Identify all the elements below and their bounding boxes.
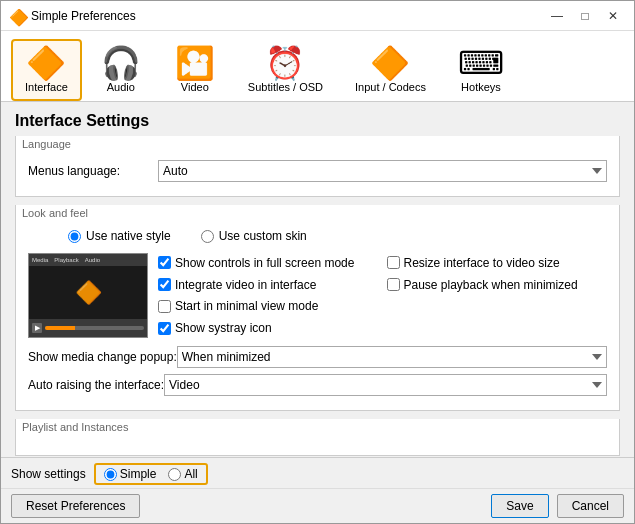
check-systray-input[interactable] [158, 322, 171, 335]
vlc-preview: Media Playback Audio 🔶 ▶ [28, 253, 148, 338]
vlc-progress-bar [45, 326, 144, 330]
nav-label-hotkeys: Hotkeys [461, 81, 501, 93]
check-systray[interactable]: Show systray icon [158, 318, 379, 338]
show-settings-label: Show settings [11, 467, 86, 481]
vlc-menu-audio: Audio [85, 257, 100, 263]
radio-all-label: All [184, 467, 197, 481]
hotkeys-icon: ⌨ [458, 47, 504, 79]
check-minimal[interactable]: Start in minimal view mode [158, 297, 379, 317]
vlc-menu-bar: Media Playback Audio [29, 254, 147, 266]
action-buttons: Save Cancel [491, 494, 624, 518]
interface-icon: 🔶 [26, 47, 66, 79]
radio-custom[interactable]: Use custom skin [201, 229, 307, 243]
radio-native[interactable]: Use native style [68, 229, 171, 243]
auto-raising-label: Auto raising the interface: [28, 378, 164, 392]
nav-item-input[interactable]: 🔶 Input / Codecs [341, 39, 440, 101]
radio-native-label: Use native style [86, 229, 171, 243]
vlc-cone-preview: 🔶 [75, 280, 102, 306]
nav-label-video: Video [181, 81, 209, 93]
language-group: Language Menus language: Auto [15, 136, 620, 197]
nav-label-input: Input / Codecs [355, 81, 426, 93]
minimize-button[interactable]: — [544, 6, 570, 26]
look-group-content: Use native style Use custom skin Me [16, 221, 619, 410]
menus-language-select[interactable]: Auto [158, 160, 607, 182]
radio-all-input[interactable] [168, 468, 181, 481]
check-fullscreen[interactable]: Show controls in full screen mode [158, 253, 379, 273]
radio-native-input[interactable] [68, 230, 81, 243]
auto-raising-select[interactable]: Video [164, 374, 607, 396]
settings-scroll[interactable]: Language Menus language: Auto Look and f… [1, 136, 634, 457]
nav-label-subtitles: Subtitles / OSD [248, 81, 323, 93]
playlist-group: Playlist and Instances [15, 419, 620, 456]
window: 🔶 Simple Preferences — □ ✕ 🔶 Interface 🎧… [0, 0, 635, 524]
btn-row: Reset Preferences Save Cancel [1, 489, 634, 523]
check-pause-label: Pause playback when minimized [404, 278, 578, 292]
language-group-content: Menus language: Auto [16, 152, 619, 196]
media-popup-row: Show media change popup: When minimized [28, 346, 607, 368]
media-popup-label: Show media change popup: [28, 350, 177, 364]
look-content: Media Playback Audio 🔶 ▶ [28, 253, 607, 338]
check-integrate-label: Integrate video in interface [175, 278, 316, 292]
nav-item-interface[interactable]: 🔶 Interface [11, 39, 82, 101]
title-bar: 🔶 Simple Preferences — □ ✕ [1, 1, 634, 31]
check-integrate-input[interactable] [158, 278, 171, 291]
check-minimal-label: Start in minimal view mode [175, 299, 318, 313]
reset-button[interactable]: Reset Preferences [11, 494, 140, 518]
check-fullscreen-input[interactable] [158, 256, 171, 269]
check-pause-input[interactable] [387, 278, 400, 291]
content-area: Interface Settings Language Menus langua… [1, 102, 634, 457]
input-icon: 🔶 [370, 47, 410, 79]
check-minimal-input[interactable] [158, 300, 171, 313]
nav-label-audio: Audio [107, 81, 135, 93]
style-radio-group: Use native style Use custom skin [28, 229, 607, 243]
nav-item-video[interactable]: 🎦 Video [160, 39, 230, 101]
check-resize[interactable]: Resize interface to video size [387, 253, 608, 273]
bottom-bar: Show settings Simple All Reset Preferenc… [1, 457, 634, 523]
check-integrate[interactable]: Integrate video in interface [158, 275, 379, 295]
radio-all[interactable]: All [168, 467, 197, 481]
radio-simple[interactable]: Simple [104, 467, 157, 481]
maximize-button[interactable]: □ [572, 6, 598, 26]
app-icon: 🔶 [9, 8, 25, 24]
close-button[interactable]: ✕ [600, 6, 626, 26]
radio-simple-label: Simple [120, 467, 157, 481]
menus-language-row: Menus language: Auto [28, 160, 607, 182]
subtitles-icon: ⏰ [265, 47, 305, 79]
radio-custom-label: Use custom skin [219, 229, 307, 243]
vlc-menu-playback: Playback [54, 257, 78, 263]
check-placeholder [387, 297, 608, 317]
vlc-menu-media: Media [32, 257, 48, 263]
playlist-group-content [16, 435, 619, 455]
audio-icon: 🎧 [101, 47, 141, 79]
check-fullscreen-label: Show controls in full screen mode [175, 256, 354, 270]
menus-language-label: Menus language: [28, 164, 158, 178]
window-title: Simple Preferences [31, 9, 544, 23]
playlist-group-label: Playlist and Instances [16, 419, 619, 435]
check-resize-label: Resize interface to video size [404, 256, 560, 270]
section-title: Interface Settings [1, 102, 634, 136]
look-group-label: Look and feel [16, 205, 619, 221]
nav-label-interface: Interface [25, 81, 68, 93]
nav-bar: 🔶 Interface 🎧 Audio 🎦 Video ⏰ Subtitles … [1, 31, 634, 102]
video-icon: 🎦 [175, 47, 215, 79]
nav-item-audio[interactable]: 🎧 Audio [86, 39, 156, 101]
show-settings-radios: Simple All [94, 463, 208, 485]
radio-simple-input[interactable] [104, 468, 117, 481]
vlc-progress-fill [45, 326, 75, 330]
checkboxes-grid: Show controls in full screen mode Resize… [158, 253, 607, 338]
radio-custom-input[interactable] [201, 230, 214, 243]
vlc-play-btn: ▶ [32, 323, 42, 333]
media-popup-select[interactable]: When minimized [177, 346, 607, 368]
title-bar-controls: — □ ✕ [544, 6, 626, 26]
language-group-label: Language [16, 136, 619, 152]
nav-item-hotkeys[interactable]: ⌨ Hotkeys [444, 39, 518, 101]
check-resize-input[interactable] [387, 256, 400, 269]
auto-raising-row: Auto raising the interface: Video [28, 374, 607, 396]
nav-item-subtitles[interactable]: ⏰ Subtitles / OSD [234, 39, 337, 101]
check-pause[interactable]: Pause playback when minimized [387, 275, 608, 295]
cancel-button[interactable]: Cancel [557, 494, 624, 518]
check-systray-label: Show systray icon [175, 321, 272, 335]
save-button[interactable]: Save [491, 494, 548, 518]
vlc-preview-inner: Media Playback Audio 🔶 ▶ [29, 254, 147, 337]
vlc-video-area: 🔶 [29, 266, 147, 319]
